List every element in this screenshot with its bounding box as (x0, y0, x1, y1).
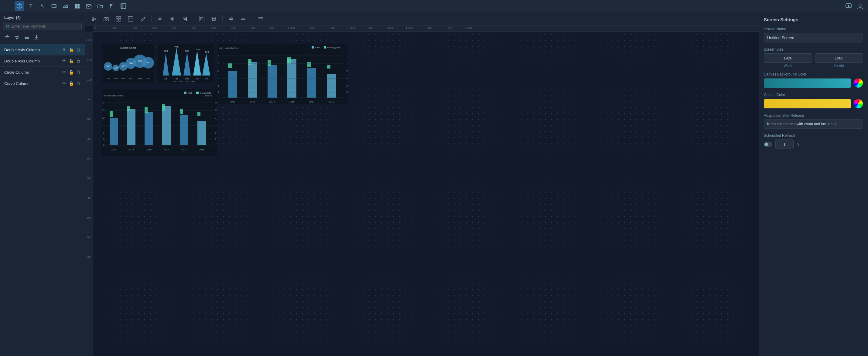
email-icon[interactable] (84, 1, 94, 11)
settings-title: Screen Settings (764, 17, 863, 22)
delete-icon[interactable]: 🗑 (76, 47, 81, 52)
refresh-label: Scheduled Refresh (764, 134, 863, 138)
svg-text:6: 6 (218, 85, 219, 87)
svg-text:1,900: 1,900 (465, 27, 472, 30)
layer-item[interactable]: Circle Column 👁 🔒 🗑 (0, 67, 85, 78)
distribute-h-tool[interactable] (197, 14, 207, 24)
layout-icon[interactable] (119, 1, 128, 11)
layer-item[interactable]: Double Axis Column 👁 🔒 🗑 (0, 56, 85, 67)
grid-icon[interactable] (72, 1, 82, 11)
cursor-icon[interactable]: ↖ (38, 1, 48, 11)
svg-text:1,700: 1,700 (426, 27, 432, 30)
svg-marker-26 (16, 38, 18, 40)
folder-icon[interactable] (95, 1, 105, 11)
svg-text:300: 300 (106, 65, 110, 67)
layer-item-icons: 👁 🔒 🗑 (62, 47, 81, 52)
screen-name-input[interactable] (764, 33, 863, 42)
svg-text:Mar: Mar (180, 81, 183, 82)
svg-text:800: 800 (251, 27, 255, 30)
layer-search-input[interactable] (12, 24, 79, 29)
camera-tool[interactable] (101, 14, 111, 24)
width-input[interactable] (764, 54, 812, 63)
separator (222, 15, 223, 23)
table-tool[interactable] (126, 14, 135, 24)
refresh-toggle[interactable] (764, 142, 772, 147)
canvas-container[interactable]: 0 100 200 300 400 500 600 700 800 900 1,… (85, 26, 759, 356)
svg-rect-44 (128, 16, 133, 21)
crown-icon[interactable] (61, 1, 70, 11)
refresh-unit: h (797, 142, 799, 146)
refresh-value-input[interactable] (775, 140, 794, 149)
canvas-bg-color-picker[interactable] (854, 78, 863, 88)
svg-marker-128 (172, 48, 181, 75)
layer-item[interactable]: Double Axis Column 👁 🔒 🗑 (0, 44, 85, 56)
adaptation-input[interactable] (764, 119, 863, 129)
svg-line-37 (94, 17, 96, 20)
delete-icon[interactable]: 🗑 (76, 81, 81, 86)
svg-text:200: 200 (87, 137, 91, 140)
main-layout: Layer (4) Double Axis Column 👁 🔒 (0, 12, 868, 356)
brush-tool[interactable] (138, 14, 148, 24)
canvas-bg-swatch[interactable] (764, 78, 851, 88)
align-left-tool[interactable] (155, 14, 165, 24)
more-tool[interactable] (256, 14, 266, 24)
align-right-tool[interactable] (180, 14, 189, 24)
svg-text:900: 900 (269, 27, 274, 30)
user-icon[interactable] (855, 1, 865, 11)
svg-rect-9 (78, 6, 80, 8)
layer-move-up-btn[interactable] (3, 33, 11, 41)
delete-icon[interactable]: 🗑 (76, 70, 81, 75)
svg-rect-211 (110, 118, 118, 145)
secondary-toolbar (85, 12, 759, 26)
spacing-tool[interactable] (226, 14, 236, 24)
svg-text:9: 9 (103, 124, 104, 127)
height-input[interactable] (815, 54, 863, 63)
svg-text:1,500: 1,500 (386, 27, 393, 30)
svg-line-36 (94, 18, 96, 20)
triangle-chart[interactable]: 700 300 300 500 510 Jan (157, 44, 214, 83)
svg-text:unit: %: unit: % (205, 95, 212, 97)
cube-icon[interactable] (14, 1, 24, 11)
visibility-icon[interactable]: 👁 (62, 47, 66, 52)
layer-move-down-btn[interactable] (13, 33, 21, 41)
svg-text:500: 500 (87, 197, 91, 200)
flag-icon[interactable] (107, 1, 117, 11)
visibility-icon[interactable]: 👁 (62, 59, 66, 63)
component-tool[interactable] (114, 14, 123, 24)
scissors-tool[interactable] (89, 14, 99, 24)
back-icon[interactable]: ← (3, 1, 13, 11)
equal-spacing-tool[interactable] (239, 14, 248, 24)
visibility-icon[interactable]: 👁 (62, 70, 66, 75)
layer-import-btn[interactable] (32, 33, 41, 41)
bubble-chart[interactable]: Bubble Chart 300 200 300 500 700 (102, 44, 154, 83)
guides-color-swatch[interactable] (764, 99, 851, 109)
width-label: Width (764, 64, 812, 67)
lock-icon[interactable]: 🔒 (69, 81, 74, 86)
lock-icon[interactable]: 🔒 (69, 59, 74, 63)
svg-text:1,400: 1,400 (366, 27, 373, 30)
preview-icon[interactable] (844, 1, 854, 11)
lock-icon[interactable]: 🔒 (69, 47, 74, 52)
text-icon[interactable]: T (26, 1, 36, 11)
delete-icon[interactable]: 🗑 (76, 59, 81, 63)
layer-item[interactable]: Curve Column 👁 🔒 🗑 (0, 78, 85, 89)
svg-text:2016: 2016 (164, 148, 169, 151)
svg-text:Apr: Apr (186, 81, 188, 82)
guides-color-picker[interactable] (854, 99, 863, 109)
layer-flatten-btn[interactable] (23, 33, 31, 41)
svg-text:100: 100 (113, 27, 117, 30)
3d-icon[interactable] (49, 1, 59, 11)
svg-text:0: 0 (215, 138, 216, 140)
lock-icon[interactable]: 🔒 (69, 70, 74, 75)
distribute-v-tool[interactable] (209, 14, 219, 24)
svg-point-19 (6, 25, 9, 27)
align-center-tool[interactable] (167, 14, 177, 24)
svg-text:2017: 2017 (181, 148, 187, 151)
svg-text:200: 200 (114, 67, 118, 69)
visibility-icon[interactable]: 👁 (62, 81, 66, 86)
svg-rect-21 (5, 38, 9, 38)
search-box[interactable] (3, 23, 82, 30)
layer-item-name: Circle Column (4, 70, 62, 75)
double-axis-small[interactable]: total Growth rate unit: Hundred million … (102, 89, 217, 156)
double-axis-large[interactable]: total Growth rate unit: Hundred million … (217, 44, 348, 104)
